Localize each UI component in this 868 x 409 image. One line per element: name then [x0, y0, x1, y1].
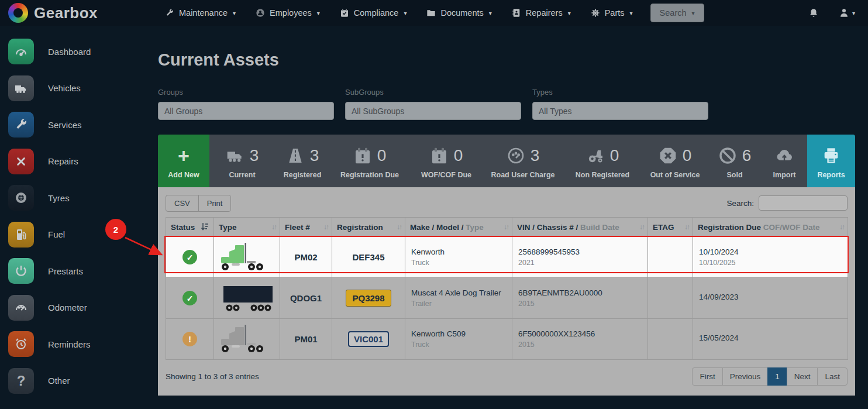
status-ok-icon: ✓	[182, 250, 197, 264]
search-label: Search:	[726, 199, 754, 208]
subgroups-select[interactable]: All SubGroups	[345, 102, 521, 120]
menu-repairers[interactable]: Repairers ▾	[512, 8, 571, 18]
sidebar-item-repairs[interactable]: Repairs	[8, 149, 158, 174]
types-select[interactable]: All Types	[532, 102, 708, 120]
sidebar-item-fuel[interactable]: Fuel	[8, 222, 158, 248]
gauge-icon	[14, 44, 28, 59]
tab-non-registered[interactable]: 0 Non Registered	[563, 135, 642, 187]
bell-icon[interactable]	[808, 8, 819, 18]
column-header-make-model[interactable]: Make / Model / Type ↓↑	[405, 218, 512, 237]
status-warning-icon: !	[182, 332, 197, 346]
cloud-upload-icon	[775, 146, 794, 165]
trailer-image	[220, 281, 276, 313]
tab-import[interactable]: Import	[762, 135, 807, 187]
sidebar-item-reminders[interactable]: Reminders	[8, 331, 158, 357]
tab-wof-cof-due[interactable]: 0 WOF/COF Due	[409, 135, 483, 187]
menu-documents[interactable]: Documents ▾	[426, 8, 491, 18]
pagination-page-1-button[interactable]: 1	[767, 367, 787, 386]
column-header-registration-due[interactable]: Registration Due COF/WOF Date ↓↑	[693, 218, 848, 237]
calendar-check-icon	[340, 8, 349, 18]
sort-amount-icon	[201, 222, 209, 232]
gear-icon	[591, 8, 600, 18]
cell-etag	[648, 237, 693, 278]
column-header-registration[interactable]: Registration ↓↑	[332, 218, 405, 237]
sidebar-item-tyres[interactable]: Tyres	[8, 185, 158, 211]
table-footer: Showing 1 to 3 of 3 entries First Previo…	[166, 367, 848, 386]
brand-logo[interactable]: Gearbox	[0, 3, 146, 23]
pagination: First Previous 1 Next Last	[692, 367, 848, 386]
asset-row-pm02[interactable]: ✓ PM02 DEF345 KenworthTruck 256889995459…	[166, 237, 848, 278]
print-button[interactable]: Print	[198, 195, 232, 212]
asset-row-qdog1[interactable]: ✓ QDOG1 PQ3298 Muscat 4 Axle Dog Trailer…	[166, 278, 848, 319]
gauge-icon	[507, 146, 525, 165]
user-icon	[256, 8, 265, 18]
chevron-down-icon: ▾	[852, 10, 855, 16]
alarm-clock-icon	[14, 337, 28, 351]
csv-button[interactable]: CSV	[166, 195, 199, 212]
menu-employees[interactable]: Employees ▾	[256, 8, 320, 18]
cell-fleet: PM02	[280, 237, 332, 278]
sidebar-item-vehicles[interactable]: Vehicles	[8, 75, 158, 101]
chevron-down-icon: ▾	[233, 10, 236, 16]
road-icon	[286, 146, 305, 165]
cell-registration-due: 14/09/2023	[693, 278, 848, 319]
column-header-status[interactable]: Status	[166, 218, 214, 237]
tab-count: 0	[683, 146, 692, 165]
truck-icon	[226, 146, 244, 165]
chevron-down-icon: ▾	[568, 10, 571, 16]
asset-row-pm01[interactable]: ! PM01 VIC001 Kenworth C509Truck 6F50000…	[166, 319, 848, 360]
cell-etag	[648, 319, 693, 360]
ban-icon	[718, 146, 737, 165]
cell-vin: 6F5000000XX1234562015	[512, 319, 648, 360]
status-ok-icon: ✓	[182, 291, 197, 305]
filter-bar: Groups All Groups SubGroups All SubGroup…	[158, 88, 708, 120]
truck-image	[220, 322, 276, 354]
calendar-alert-icon	[430, 146, 449, 165]
groups-select[interactable]: All Groups	[158, 102, 334, 120]
sidebar-item-services[interactable]: Services	[8, 112, 158, 138]
pagination-first-button[interactable]: First	[692, 367, 722, 386]
search-dropdown-button[interactable]: Search ▾	[650, 4, 704, 22]
tab-current[interactable]: 3 Current	[209, 135, 275, 187]
cell-registration: DEF345	[332, 237, 405, 278]
cell-status: ✓	[166, 278, 214, 319]
pagination-next-button[interactable]: Next	[787, 367, 818, 386]
tab-registered[interactable]: 3 Registered	[275, 135, 330, 187]
sidebar-item-dashboard[interactable]: Dashboard	[8, 39, 158, 64]
tab-add-new[interactable]: + Add New	[158, 135, 209, 187]
table-search-input[interactable]	[759, 195, 848, 211]
cell-type	[214, 278, 280, 319]
tab-registration-due[interactable]: 0 Registration Due	[330, 135, 409, 187]
tab-road-user-charge[interactable]: 3 Road User Charge	[483, 135, 563, 187]
sidebar-item-odometer[interactable]: Odometer	[8, 295, 158, 321]
pagination-previous-button[interactable]: Previous	[722, 367, 769, 386]
column-header-fleet[interactable]: Fleet # ↓↑	[280, 218, 332, 237]
tractor-icon	[586, 146, 605, 165]
menu-compliance[interactable]: Compliance ▾	[340, 8, 407, 18]
sort-icon: ↓↑	[839, 223, 844, 231]
sort-icon: ↓↑	[504, 223, 508, 231]
filter-types: Types All Types	[532, 88, 708, 120]
tab-count: 0	[377, 146, 387, 165]
column-header-vin[interactable]: VIN / Chassis # / Build Date ↓↑	[512, 218, 648, 237]
cell-type	[214, 319, 280, 360]
table-toolbar: CSV Print Search:	[166, 194, 848, 212]
registration-plate: VIC001	[348, 331, 389, 347]
menu-maintenance[interactable]: Maintenance ▾	[165, 8, 236, 18]
sort-icon: ↓↑	[323, 223, 328, 231]
column-header-etag[interactable]: ETAG ↓↑	[648, 218, 693, 237]
chevron-down-icon: ▾	[630, 10, 633, 16]
cell-fleet: QDOG1	[280, 278, 332, 319]
tab-reports[interactable]: Reports	[807, 135, 855, 187]
sidebar-item-other[interactable]: ? Other	[8, 368, 158, 394]
tab-sold[interactable]: 6 Sold	[708, 135, 762, 187]
pagination-last-button[interactable]: Last	[817, 367, 848, 386]
tab-out-of-service[interactable]: 0 Out of Service	[642, 135, 708, 187]
menu-parts[interactable]: Parts ▾	[591, 8, 633, 18]
power-icon	[14, 264, 28, 278]
filter-subgroups: SubGroups All SubGroups	[345, 88, 521, 120]
sort-icon: ↓↑	[684, 223, 689, 231]
sidebar-item-prestarts[interactable]: Prestarts	[8, 258, 158, 284]
column-header-type[interactable]: Type ↓↑	[214, 218, 280, 237]
user-menu[interactable]: ▾	[839, 8, 855, 18]
